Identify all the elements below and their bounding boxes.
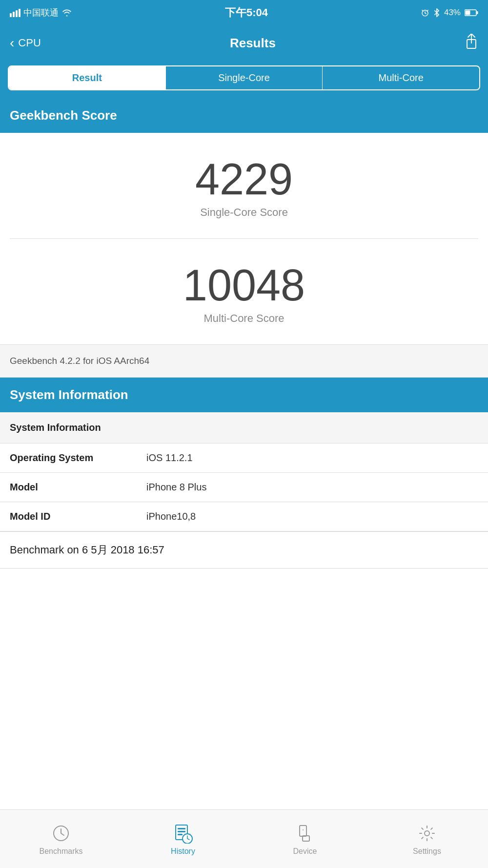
status-left: 中国联通: [10, 7, 72, 19]
bottom-tab-settings[interactable]: Settings: [366, 823, 488, 856]
multi-core-value: 10048: [183, 263, 305, 307]
svg-rect-12: [178, 831, 185, 832]
battery-percent: 43%: [444, 8, 461, 18]
history-icon: [172, 823, 194, 844]
bottom-tab-history[interactable]: History: [122, 823, 244, 856]
sys-info-section-title-row: System Information: [0, 412, 488, 444]
svg-rect-11: [178, 828, 185, 829]
sys-info-model-id-label: Model ID: [10, 511, 146, 522]
sys-info-row-model-id: Model ID iPhone10,8: [0, 502, 488, 531]
tab-multi-core[interactable]: Multi-Core: [323, 66, 479, 89]
back-button[interactable]: ‹ CPU: [10, 35, 41, 51]
svg-rect-0: [10, 13, 12, 17]
svg-rect-6: [465, 11, 470, 15]
sys-info-row-model: Model iPhone 8 Plus: [0, 473, 488, 502]
scores-container: 4229 Single-Core Score 10048 Multi-Core …: [0, 133, 488, 344]
bottom-tab-benchmarks[interactable]: Benchmarks: [0, 823, 122, 856]
svg-rect-1: [13, 12, 15, 17]
svg-rect-7: [476, 11, 478, 14]
back-label: CPU: [18, 37, 41, 49]
benchmark-date-text: Benchmark on 6 5月 2018 16:57: [10, 544, 164, 556]
nav-bar: ‹ CPU Results: [0, 25, 488, 61]
status-bar: 中国联通 下午5:04 43%: [0, 0, 488, 25]
battery-icon: [465, 9, 478, 17]
alarm-icon: [421, 8, 429, 17]
geekbench-version-info: Geekbench 4.2.2 for iOS AArch64: [0, 344, 488, 378]
bottom-tab-benchmarks-label: Benchmarks: [40, 847, 83, 856]
device-icon: [294, 823, 316, 844]
tab-result[interactable]: Result: [9, 66, 166, 89]
bottom-tab-device-label: Device: [293, 847, 317, 856]
back-chevron-icon: ‹: [10, 35, 14, 51]
bottom-tab-settings-label: Settings: [413, 847, 441, 856]
svg-point-18: [425, 831, 429, 836]
bluetooth-icon: [433, 8, 440, 17]
sys-info-os-value: iOS 11.2.1: [146, 452, 193, 464]
sys-info-model-value: iPhone 8 Plus: [146, 482, 206, 493]
multi-core-label: Multi-Core Score: [203, 312, 284, 325]
system-info-section: System Information Operating System iOS …: [0, 412, 488, 531]
svg-rect-13: [178, 834, 183, 835]
tab-container: Result Single-Core Multi-Core: [0, 61, 488, 98]
svg-rect-3: [19, 9, 20, 17]
page-spacer: [0, 569, 488, 637]
single-core-block: 4229 Single-Core Score: [0, 133, 488, 238]
multi-core-block: 10048 Multi-Core Score: [0, 239, 488, 344]
bottom-tab-device[interactable]: Device: [244, 823, 366, 856]
clock-icon: [50, 823, 72, 844]
sys-info-model-label: Model: [10, 482, 146, 493]
nav-title: Results: [230, 36, 276, 51]
bottom-tab-bar: Benchmarks History Device: [0, 809, 488, 868]
single-core-value: 4229: [195, 157, 293, 201]
bottom-tab-history-label: History: [171, 847, 195, 856]
geekbench-version-text: Geekbench 4.2.2 for iOS AArch64: [10, 356, 149, 366]
sys-info-os-label: Operating System: [10, 452, 146, 464]
svg-rect-2: [16, 10, 18, 17]
sys-info-row-os: Operating System iOS 11.2.1: [0, 444, 488, 473]
geekbench-score-header: Geekbench Score: [0, 98, 488, 133]
signal-icon: [10, 8, 20, 17]
share-icon: [465, 34, 478, 49]
svg-rect-15: [300, 826, 306, 836]
status-time: 下午5:04: [225, 5, 268, 20]
carrier-label: 中国联通: [23, 7, 59, 19]
settings-icon: [416, 823, 438, 844]
tab-single-core[interactable]: Single-Core: [166, 66, 323, 89]
sys-info-model-id-value: iPhone10,8: [146, 511, 196, 522]
system-info-header: System Information: [0, 378, 488, 412]
benchmark-footer: Benchmark on 6 5月 2018 16:57: [0, 531, 488, 569]
tab-selector: Result Single-Core Multi-Core: [8, 65, 480, 90]
status-right: 43%: [421, 8, 478, 18]
sys-info-section-label: System Information: [10, 422, 146, 433]
wifi-icon: [61, 8, 72, 17]
share-button[interactable]: [465, 34, 478, 53]
single-core-label: Single-Core Score: [200, 206, 288, 219]
